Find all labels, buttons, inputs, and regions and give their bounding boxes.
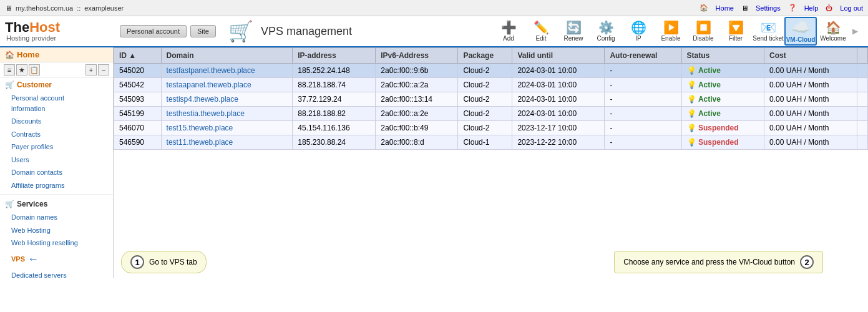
col-id[interactable]: ID ▲ [114,48,162,64]
cell-scroll [857,92,868,107]
logo: TheHost [5,21,117,34]
sidebar-item-contracts[interactable]: Contracts [0,128,113,141]
sidebar-item-web-hosting-reselling[interactable]: Web Hosting reselling [0,236,113,250]
sidebar-item-affiliate-programs[interactable]: Affiliate programs [0,179,113,192]
callout-2-number: 2 [800,255,814,269]
welcome-button[interactable]: 🏠 Welcome [817,17,849,46]
welcome-label: Welcome [820,35,846,42]
cell-renewal: - [605,121,681,135]
toolbar: ➕ Add ✏️ Edit 🔄 Renew ⚙️ Config 🌐 IP ▶️ [352,15,863,47]
personal-account-button[interactable]: Personal account [120,25,187,37]
add-button[interactable]: ➕ Add [492,17,525,46]
col-ipv6[interactable]: IPv6-Address [376,48,458,64]
col-auto-renewal[interactable]: Auto-renewal [605,48,681,64]
vmcloud-icon: ☁️ [791,20,810,35]
col-ip[interactable]: IP-address [293,48,376,64]
sidebar-tools: ≡ ★ 📋 + − [0,62,113,78]
edit-icon: ✏️ [534,21,549,34]
cell-valid: 2023-12-17 10:00 [512,121,605,135]
sidebar-item-personal-account-info[interactable]: Personal accountinformation [0,92,113,115]
cart-icon: 🛒 [228,19,253,43]
callout-2: Choose any service and press the VM-Clou… [614,251,823,273]
table-row[interactable]: 546070 test15.theweb.place 45.154.116.13… [114,121,868,135]
renew-button[interactable]: 🔄 Renew [557,17,590,46]
logo-bar: TheHost Hosting provider Personal accoun… [0,16,868,47]
cell-scroll [857,121,868,135]
top-header-right: 🏠 Home 🖥 Settings ❓ Help ⏻ Log out [700,4,863,12]
send-ticket-button[interactable]: 📧 Send ticket [752,17,784,46]
table-row[interactable]: 545020 testfastpanel.theweb.place 185.25… [114,64,868,78]
ip-button[interactable]: 🌐 IP [622,17,655,46]
sidebar: 🏠 Home ≡ ★ 📋 + − 🛒 Customer Personal acc… [0,47,114,278]
col-package[interactable]: Package [458,48,512,64]
sidebar-item-web-hosting[interactable]: Web Hosting [0,224,113,237]
table-row[interactable]: 546590 test11.theweb.place 185.230.88.24… [114,135,868,150]
username: exampleuser [84,4,124,12]
table-header: ID ▲ Domain IP-address IPv6-Address Pack… [114,48,868,64]
sidebar-list-icon[interactable]: ≡ [4,64,15,76]
col-status[interactable]: Status [681,48,764,64]
logout-link[interactable]: Log out [840,4,863,12]
sidebar-divider [0,194,113,195]
enable-button[interactable]: ▶️ Enable [655,17,687,46]
logout-icon: ⏻ [826,4,832,12]
sidebar-collapse-button[interactable]: − [98,64,109,76]
logo-area: TheHost Hosting provider [5,21,117,42]
cell-valid: 2024-03-01 10:00 [512,64,605,78]
cell-status: 💡 Active [681,107,764,121]
cell-ip: 45.154.116.136 [293,121,376,135]
sidebar-star-icon[interactable]: ★ [16,64,27,76]
top-header: 🖥 my.thehost.com.ua :: exampleuser 🏠 Hom… [0,0,868,16]
services-title: Services [17,200,47,208]
cell-ipv6: 2a0c:f00::13:14 [376,92,458,107]
settings-link[interactable]: Settings [756,4,781,12]
table-row[interactable]: 545042 testaapanel.theweb.place 88.218.1… [114,78,868,92]
cell-valid: 2024-03-01 10:00 [512,78,605,92]
sidebar-item-domain-contacts[interactable]: Domain contacts [0,166,113,179]
vmcloud-label: VM-Cloud [786,36,816,43]
cell-id: 545199 [114,107,162,121]
sidebar-item-dedicated-servers[interactable]: Dedicated servers [0,269,113,279]
config-button[interactable]: ⚙️ Config [590,17,622,46]
cell-ip: 37.72.129.24 [293,92,376,107]
col-domain[interactable]: Domain [161,48,293,64]
sidebar-expand-button[interactable]: + [85,64,97,76]
disable-button[interactable]: ⏹️ Disable [687,17,719,46]
help-icon: ❓ [788,4,797,12]
edit-button[interactable]: ✏️ Edit [525,17,557,46]
help-link[interactable]: Help [804,4,819,12]
vm-cloud-button[interactable]: ☁️ VM-Cloud [784,17,817,46]
col-cost[interactable]: Cost [764,48,857,64]
home-icon: 🏠 [700,4,708,12]
cell-scroll [857,135,868,150]
col-valid-until[interactable]: Valid until [512,48,605,64]
toolbar-scroll-right[interactable]: ▶ [849,27,861,36]
cell-id: 545042 [114,78,162,92]
cell-ipv6: 2a0c:f00::b:49 [376,121,458,135]
sidebar-copy-icon[interactable]: 📋 [29,64,40,76]
sidebar-item-payer-profiles[interactable]: Payer profiles [0,140,113,154]
sidebar-item-users[interactable]: Users [0,154,113,167]
table-row[interactable]: 545199 testhestia.theweb.place 88.218.18… [114,107,868,121]
sidebar-item-discounts[interactable]: Discounts [0,115,113,128]
cell-renewal: - [605,78,681,92]
page-title-area: 🛒 VPS management [228,19,352,43]
top-header-left: 🖥 my.thehost.com.ua :: exampleuser [5,4,124,12]
site-button[interactable]: Site [190,25,216,37]
cell-status: 💡 Suspended [681,135,764,150]
separator: :: [77,4,80,12]
cell-package: Cloud-2 [458,64,512,78]
home-link[interactable]: Home [716,4,734,12]
renew-label: Renew [563,35,583,42]
vps-table: ID ▲ Domain IP-address IPv6-Address Pack… [114,47,868,150]
cell-scroll [857,107,868,121]
cell-package: Cloud-2 [458,107,512,121]
table-row[interactable]: 545093 testisp4.theweb.place 37.72.129.2… [114,92,868,107]
filter-button[interactable]: 🔽 Filter [719,17,752,46]
add-label: Add [503,35,514,42]
sidebar-item-vps[interactable]: VPS ← [0,250,113,269]
sidebar-item-domain-names[interactable]: Domain names [0,211,113,224]
sidebar-home-link[interactable]: Home [17,50,39,59]
cell-ip: 185.230.88.24 [293,135,376,150]
table-body: 545020 testfastpanel.theweb.place 185.25… [114,64,868,150]
